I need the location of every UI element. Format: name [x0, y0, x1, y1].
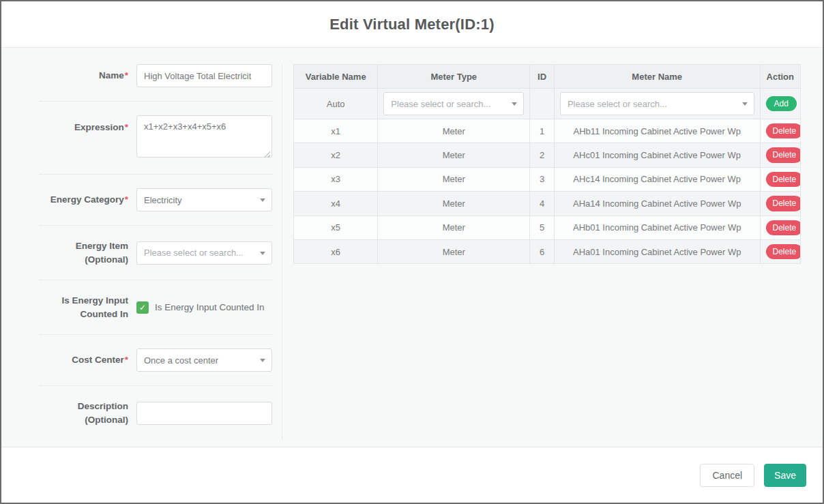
name-label: Name*: [12, 69, 136, 83]
col-header-action: Action: [760, 65, 800, 89]
form-group-description: Description (Optional): [12, 400, 272, 426]
table-row: x5 Meter 5 AHb01 Incoming Cabinet Active…: [294, 216, 801, 239]
table-row: x6 Meter 6 AHa01 Incoming Cabinet Active…: [294, 239, 801, 263]
meter-type-cell: Please select or search...: [378, 89, 530, 119]
energy-category-label: Energy Category*: [12, 193, 136, 207]
meter-name-cell: Please select or search...: [554, 89, 760, 119]
meter-name-cell: AHa14 Incoming Cabinet Active Power Wp: [554, 192, 760, 216]
meter-type-cell: Meter: [378, 239, 530, 263]
edit-virtual-meter-dialog: Edit Virtual Meter(ID:1) Name* Expressio…: [0, 0, 824, 504]
col-header-variable-name: Variable Name: [294, 65, 378, 89]
form-group-expression: Expression*: [12, 115, 272, 160]
action-cell: Add: [760, 89, 800, 119]
form-group-name: Name*: [12, 64, 272, 87]
table-row: x1 Meter 1 AHb11 Incoming Cabinet Active…: [294, 119, 801, 143]
expression-label-text: Expression: [74, 122, 124, 132]
chevron-down-icon: [260, 252, 265, 255]
chevron-down-icon: [260, 198, 265, 202]
id-cell: 1: [530, 119, 555, 143]
meter-type-cell: Meter: [378, 192, 530, 216]
name-label-text: Name: [99, 70, 124, 80]
meter-name-select[interactable]: Please select or search...: [560, 92, 754, 115]
delete-button[interactable]: Delete: [766, 147, 801, 162]
meter-name-cell: AHb01 Incoming Cabinet Active Power Wp: [554, 216, 760, 239]
variable-name-cell: x4: [294, 192, 378, 216]
is-energy-input-checkbox-row: ✓ Is Energy Input Counted In: [136, 301, 272, 314]
id-cell: 3: [530, 167, 555, 191]
action-cell: Delete: [760, 239, 800, 263]
table-row: x4 Meter 4 AHa14 Incoming Cabinet Active…: [294, 192, 801, 216]
cost-center-value: Once a cost center: [144, 355, 218, 366]
delete-button[interactable]: Delete: [766, 172, 801, 187]
table-row: x3 Meter 3 AHc14 Incoming Cabinet Active…: [294, 167, 801, 191]
is-energy-input-checkbox-label: Is Energy Input Counted In: [155, 302, 265, 312]
variable-name-cell: x6: [294, 239, 378, 263]
cancel-button[interactable]: Cancel: [700, 464, 754, 487]
meter-type-placeholder: Please select or search...: [391, 99, 490, 109]
dialog-body: Name* Expression* Energy Cate: [1, 48, 823, 447]
chevron-down-icon: [742, 102, 748, 106]
cost-center-label: Cost Center*: [12, 353, 136, 367]
id-cell: 6: [530, 239, 555, 263]
action-cell: Delete: [760, 143, 800, 167]
variable-name-cell: x1: [294, 119, 378, 143]
form-group-energy-item: Energy Item (Optional) Please select or …: [12, 239, 272, 266]
action-cell: Delete: [760, 167, 800, 191]
cost-center-select[interactable]: Once a cost center: [136, 349, 272, 372]
required-asterisk: *: [125, 70, 128, 80]
action-cell: Delete: [760, 192, 800, 216]
id-cell: 2: [530, 143, 555, 167]
divider: [40, 174, 272, 175]
description-label: Description (Optional): [12, 400, 136, 426]
dialog-header: Edit Virtual Meter(ID:1): [1, 1, 823, 48]
id-cell: [530, 89, 555, 119]
is-energy-input-label-text: Is Energy Input: [12, 294, 128, 308]
save-button[interactable]: Save: [764, 464, 806, 487]
add-button[interactable]: Add: [766, 96, 797, 111]
page-title: Edit Virtual Meter(ID:1): [329, 16, 495, 33]
expression-label: Expression*: [12, 115, 136, 134]
meter-name-cell: AHc14 Incoming Cabinet Active Power Wp: [554, 167, 760, 191]
energy-category-value: Electricity: [144, 195, 182, 205]
energy-item-label-text: Energy Item: [12, 239, 128, 253]
col-header-meter-type: Meter Type: [378, 65, 530, 89]
action-cell: Delete: [760, 119, 800, 143]
variable-name-cell: Auto: [294, 89, 378, 119]
delete-button[interactable]: Delete: [766, 196, 801, 211]
description-input[interactable]: [136, 402, 272, 425]
variable-name-cell: x5: [294, 216, 378, 239]
meter-type-cell: Meter: [378, 143, 530, 167]
energy-category-select[interactable]: Electricity: [136, 188, 272, 211]
meter-name-cell: AHb11 Incoming Cabinet Active Power Wp: [554, 119, 760, 143]
form-panel: Name* Expression* Energy Cate: [12, 64, 282, 440]
cost-center-label-text: Cost Center: [72, 355, 124, 365]
meter-name-cell: AHa01 Incoming Cabinet Active Power Wp: [554, 239, 760, 263]
table-header-row: Variable Name Meter Type ID Meter Name A…: [294, 65, 801, 89]
divider: [40, 385, 272, 386]
variables-panel: Variable Name Meter Type ID Meter Name A…: [282, 64, 801, 440]
description-label-text: Description: [12, 400, 128, 413]
name-input[interactable]: [136, 64, 272, 87]
form-group-energy-category: Energy Category* Electricity: [12, 188, 272, 211]
meter-type-select[interactable]: Please select or search...: [383, 92, 524, 115]
delete-button[interactable]: Delete: [766, 220, 801, 235]
divider: [40, 280, 272, 280]
required-asterisk: *: [125, 194, 128, 205]
dialog-footer: Cancel Save: [1, 447, 823, 503]
is-energy-input-sublabel: Counted In: [12, 308, 128, 321]
expression-textarea[interactable]: [136, 115, 272, 158]
delete-button[interactable]: Delete: [766, 244, 801, 259]
form-group-is-energy-input: Is Energy Input Counted In ✓ Is Energy I…: [12, 294, 272, 321]
id-cell: 5: [530, 216, 555, 239]
energy-category-label-text: Energy Category: [50, 194, 124, 205]
checkbox-checked-icon[interactable]: ✓: [136, 301, 149, 314]
form-group-cost-center: Cost Center* Once a cost center: [12, 349, 272, 372]
energy-item-label: Energy Item (Optional): [12, 239, 136, 266]
required-asterisk: *: [125, 122, 128, 132]
delete-button[interactable]: Delete: [766, 123, 801, 138]
energy-item-select[interactable]: Please select or search...: [136, 241, 272, 265]
action-cell: Delete: [760, 216, 800, 239]
is-energy-input-label: Is Energy Input Counted In: [12, 294, 136, 321]
required-asterisk: *: [125, 355, 128, 365]
divider: [40, 334, 272, 335]
